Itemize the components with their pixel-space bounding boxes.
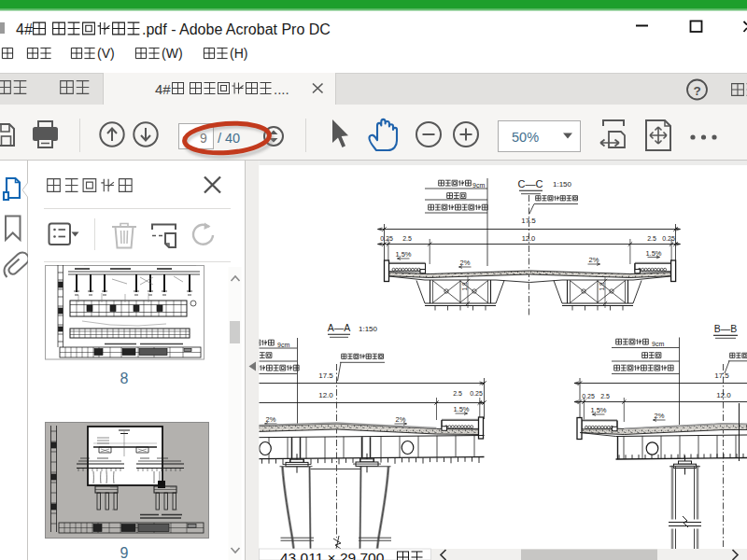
svg-text:....: .... <box>274 81 289 97</box>
svg-text:0.25: 0.25 <box>380 235 393 242</box>
svg-text:9: 9 <box>120 545 129 560</box>
svg-text:4#: 4# <box>16 21 33 37</box>
svg-text:1.8: 1.8 <box>461 282 468 290</box>
svg-text:1.5%: 1.5% <box>395 250 411 259</box>
svg-text:1.5%: 1.5% <box>453 405 469 413</box>
svg-text:1:150: 1:150 <box>359 325 378 333</box>
svg-text:(V): (V) <box>97 46 115 61</box>
svg-text:0.25: 0.25 <box>470 390 483 397</box>
svg-text:2%: 2% <box>396 415 406 424</box>
svg-text:9cm: 9cm <box>277 342 289 348</box>
svg-text:12.0: 12.0 <box>716 391 731 399</box>
svg-text:43.011 × 29.700: 43.011 × 29.700 <box>280 550 385 560</box>
svg-text:1.5%: 1.5% <box>645 249 661 258</box>
svg-text:50%: 50% <box>512 130 539 145</box>
svg-text:1:150: 1:150 <box>553 180 572 189</box>
svg-text:A—A: A—A <box>328 322 351 333</box>
svg-text:12.0: 12.0 <box>318 391 333 399</box>
svg-text:1.5%: 1.5% <box>590 406 606 414</box>
svg-text:(W): (W) <box>162 46 183 61</box>
svg-text:0.25: 0.25 <box>582 393 595 399</box>
svg-text:2.5: 2.5 <box>647 235 656 242</box>
svg-text:9cm: 9cm <box>652 341 664 347</box>
svg-text:.pdf - Adobe Acrobat Pro DC: .pdf - Adobe Acrobat Pro DC <box>142 21 331 37</box>
svg-text:4#: 4# <box>155 81 171 97</box>
svg-text:17.5: 17.5 <box>521 217 536 225</box>
svg-text:?: ? <box>693 84 700 98</box>
svg-text:12.0: 12.0 <box>522 234 536 243</box>
svg-text:2.5: 2.5 <box>453 390 462 397</box>
svg-text:2.5: 2.5 <box>600 393 610 399</box>
svg-text:0.25: 0.25 <box>662 235 675 242</box>
svg-text:2%: 2% <box>589 256 599 264</box>
svg-text:2.5: 2.5 <box>402 235 412 242</box>
svg-text:8: 8 <box>120 371 129 386</box>
svg-text:C—C: C—C <box>518 178 543 189</box>
svg-text:B—B: B—B <box>714 323 738 334</box>
svg-text:17.5: 17.5 <box>318 371 333 380</box>
svg-text:(H): (H) <box>230 46 247 61</box>
svg-text:9cm: 9cm <box>472 182 485 189</box>
svg-text:/ 40: / 40 <box>218 131 240 146</box>
svg-text:1.8: 1.8 <box>599 282 605 290</box>
svg-text:17.5: 17.5 <box>714 371 729 380</box>
